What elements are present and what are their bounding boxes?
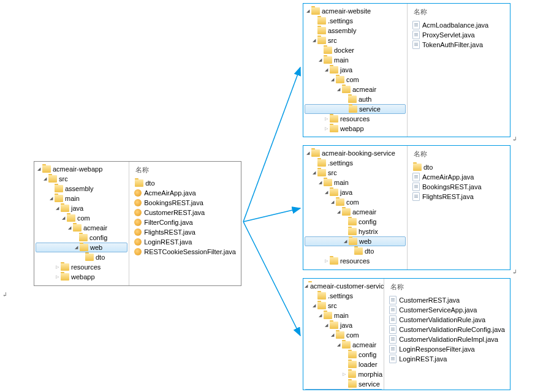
expand-toggle[interactable] [311,303,317,308]
file-item-RESTCookieSessionFilter.java[interactable]: RESTCookieSessionFilter.java [134,247,236,257]
tree-node-com[interactable]: com [303,330,384,340]
expand-toggle[interactable] [329,200,335,205]
expand-toggle[interactable] [48,196,54,201]
tree-node-acmeair-website[interactable]: acmeair-website [303,6,407,16]
file-item-LoginREST.java[interactable]: LoginREST.java [389,354,505,364]
tree-node-loader[interactable]: loader [303,360,384,369]
expand-toggle[interactable] [36,167,42,172]
tree-node-src[interactable]: src [303,301,384,311]
tree-node-web[interactable]: web [36,243,127,252]
file-item-LoginResponseFilter.java[interactable]: LoginResponseFilter.java [389,344,505,354]
tree-node-hystrix[interactable]: hystrix [303,227,407,236]
file-item-FlightsREST.java[interactable]: FlightsREST.java [412,192,505,202]
tree-node-web[interactable]: web [305,389,382,390]
expand-toggle[interactable] [305,284,308,288]
tree-node-com[interactable]: com [303,75,407,85]
tree-node-.settings[interactable]: .settings [303,158,407,168]
tree-node-src[interactable]: src [303,36,407,45]
tree-node-acmeair[interactable]: acmeair [303,207,407,217]
tree-node-acmeair[interactable]: acmeair [303,85,407,94]
file-item-CustomerREST.java[interactable]: CustomerREST.java [134,208,236,217]
tree-node-main[interactable]: main [303,55,407,65]
tree-node-morphia[interactable]: morphia [303,369,384,379]
tree-node-main[interactable]: main [303,178,407,187]
expand-toggle[interactable] [311,38,317,43]
expand-toggle[interactable] [66,225,72,230]
tree-node-main[interactable]: main [34,194,129,203]
file-item-CustomerValidationRuleConfig.java[interactable]: CustomerValidationRuleConfig.java [389,325,505,334]
tree-node-com[interactable]: com [34,213,129,223]
tree-node-main[interactable]: main [303,311,384,320]
tree-node-com[interactable]: com [303,197,407,207]
expand-toggle[interactable] [323,67,329,72]
tree-node-acmeair[interactable]: acmeair [303,340,384,350]
tree-node-java[interactable]: java [303,187,407,197]
expand-toggle[interactable] [342,239,348,244]
tree-node-auth[interactable]: auth [303,94,407,104]
expand-toggle[interactable] [54,274,60,279]
file-item-BookingsREST.java[interactable]: BookingsREST.java [412,182,505,192]
file-item-dto[interactable]: dto [134,178,236,188]
expand-toggle[interactable] [329,77,335,82]
expand-toggle[interactable] [329,333,335,337]
expand-toggle[interactable] [335,87,341,92]
tree-node-.settings[interactable]: .settings [303,291,384,301]
expand-toggle[interactable] [323,258,329,263]
tree-node-service[interactable]: service [303,379,384,389]
expand-toggle[interactable] [42,176,48,181]
file-item-AcmeAirApp.java[interactable]: AcmeAirApp.java [134,188,236,198]
tree-node-assembly[interactable]: assembly [303,26,407,36]
expand-toggle[interactable] [73,245,79,250]
expand-toggle[interactable] [323,323,329,328]
file-item-CustomerValidationRule.java[interactable]: CustomerValidationRule.java [389,315,505,325]
file-item-CustomerREST.java[interactable]: CustomerREST.java [389,295,505,305]
expand-toggle[interactable] [311,170,317,175]
file-item-CustomerValidationRuleImpl.java[interactable]: CustomerValidationRuleImpl.java [389,334,505,344]
tree-node-webapp[interactable]: webapp [34,272,129,282]
tree-node-acmeair-booking-service[interactable]: acmeair-booking-service [303,148,407,158]
expand-toggle[interactable] [305,151,311,156]
expand-toggle[interactable] [54,206,60,211]
tree-node-webapp[interactable]: webapp [303,124,407,134]
tree-node-acmeair-webapp[interactable]: acmeair-webapp [34,164,129,174]
expand-toggle[interactable] [305,9,311,13]
file-item-ProxyServlet.java[interactable]: ProxyServlet.java [412,30,505,40]
tree-node-assembly[interactable]: assembly [34,184,129,194]
tree-node-java[interactable]: java [303,320,384,330]
tree-node-acmeair-customer-service[interactable]: acmeair-customer-service [303,281,384,291]
tree-node-src[interactable]: src [303,168,407,178]
tree-node-dto[interactable]: dto [303,246,407,256]
expand-toggle[interactable] [60,216,66,221]
tree-node-src[interactable]: src [34,174,129,184]
tree-node-.settings[interactable]: .settings [303,16,407,26]
expand-toggle[interactable] [323,190,329,195]
file-item-FilterConfig.java[interactable]: FilterConfig.java [134,217,236,227]
tree-node-config[interactable]: config [303,350,384,360]
tree-node-acmeair[interactable]: acmeair [34,223,129,233]
tree-node-resources[interactable]: resources [303,256,407,266]
tree-node-dto[interactable]: dto [34,252,129,262]
expand-toggle[interactable] [335,209,341,214]
file-item-BookingsREST.java[interactable]: BookingsREST.java [134,198,236,208]
file-item-dto[interactable]: dto [412,162,505,172]
tree-node-config[interactable]: config [303,217,407,227]
tree-node-web[interactable]: web [305,236,406,246]
tree-node-java[interactable]: java [303,65,407,75]
expand-toggle[interactable] [323,126,329,131]
tree-node-resources[interactable]: resources [303,114,407,124]
tree-node-java[interactable]: java [34,203,129,213]
file-item-AcmeAirApp.java[interactable]: AcmeAirApp.java [412,172,505,182]
expand-toggle[interactable] [317,58,323,62]
tree-node-config[interactable]: config [34,233,129,243]
tree-node-service[interactable]: service [305,104,406,114]
file-item-AcmLoadbalance.java[interactable]: AcmLoadbalance.java [412,20,505,30]
file-item-CustomerServiceApp.java[interactable]: CustomerServiceApp.java [389,305,505,315]
tree-node-docker[interactable]: docker [303,45,407,55]
file-item-TokenAuthFilter.java[interactable]: TokenAuthFilter.java [412,40,505,50]
expand-toggle[interactable] [323,116,329,121]
expand-toggle[interactable] [317,180,323,185]
tree-node-resources[interactable]: resources [34,262,129,272]
expand-toggle[interactable] [54,265,60,270]
file-item-FlightsREST.java[interactable]: FlightsREST.java [134,227,236,237]
expand-toggle[interactable] [335,342,341,347]
